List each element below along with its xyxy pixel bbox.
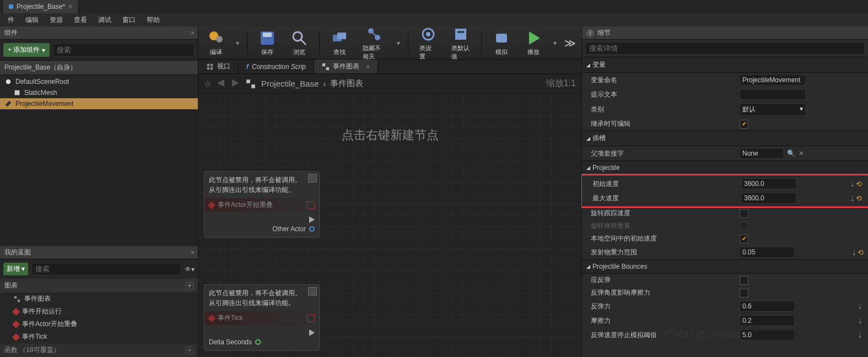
tab-construction-script[interactable]: f Construction Scrip [239, 60, 314, 73]
clear-icon[interactable]: ✕ [799, 150, 804, 157]
prop-label: 初始速度 [592, 179, 741, 189]
variable-name-input[interactable] [740, 74, 806, 86]
data-pin-icon[interactable] [309, 226, 315, 232]
bounciness-input[interactable] [740, 301, 795, 312]
parent-socket-input[interactable] [740, 148, 784, 159]
category-select[interactable]: 默认▾ [740, 103, 806, 116]
graph-node[interactable]: 此节点被禁用，将不会被调用。 从引脚连出引线来编译功能。 事件Tick Delt… [204, 284, 320, 351]
star-icon[interactable]: ☆ [204, 78, 212, 89]
gravity-input[interactable] [740, 247, 795, 258]
browse-button[interactable]: 浏览 [287, 28, 311, 57]
play-button[interactable]: 播放 [521, 28, 546, 57]
menu-debug[interactable]: 调试 [94, 14, 116, 26]
myblueprint-tab[interactable]: 我的蓝图 × [0, 246, 198, 259]
details-search-input[interactable] [585, 42, 865, 55]
forward-icon[interactable]: ⯈ [231, 79, 240, 89]
close-icon[interactable]: × [191, 249, 195, 257]
close-icon[interactable]: × [68, 3, 72, 10]
compile-button[interactable]: 编译 [204, 28, 228, 57]
component-tree: DefaultSceneRoot StaticMesh ProjectileMo… [0, 75, 198, 110]
max-speed-input[interactable] [741, 193, 796, 204]
file-tab[interactable]: Projectile_Base* × [3, 0, 78, 13]
menu-edit[interactable]: 编辑 [21, 14, 43, 26]
graph-item[interactable]: 事件Tick [0, 331, 198, 343]
new-button[interactable]: 新增 ▾ [3, 263, 28, 275]
section-projectile[interactable]: Projectile [582, 161, 868, 175]
section-bounces[interactable]: Projectile Bounces [582, 259, 868, 274]
node-header[interactable]: 事件Actor开始重叠 [204, 198, 319, 212]
local-space-checkbox[interactable]: ✔ [740, 235, 748, 243]
hide-unrelated-button[interactable]: 隐藏不相关 [359, 26, 390, 62]
initial-speed-input[interactable] [741, 178, 796, 189]
exec-pin-icon[interactable] [309, 329, 315, 336]
component-search-input[interactable] [53, 43, 195, 57]
components-tab[interactable]: 组件 × [0, 26, 198, 40]
class-defaults-button[interactable]: 类默认值 [448, 26, 473, 62]
reset-icon[interactable]: ⟲ [856, 180, 862, 188]
reset-icon[interactable]: ⟲ [856, 194, 862, 203]
menu-window[interactable]: 窗口 [118, 14, 140, 26]
node-toggle-icon[interactable] [307, 315, 315, 322]
add-function-icon[interactable]: + [186, 347, 193, 354]
graph-item[interactable]: 事件Actor开始重叠 [0, 318, 198, 331]
prop-label: 父项套接字 [591, 149, 740, 158]
spinner-icon[interactable]: ⭭ [851, 248, 858, 256]
tab-event-graph[interactable]: 事件图表 × [314, 60, 378, 73]
menu-view[interactable]: 查看 [69, 14, 91, 26]
event-icon [12, 333, 20, 340]
event-icon [208, 201, 215, 209]
details-tab[interactable]: i 细节 [582, 26, 868, 40]
tree-item[interactable]: DefaultSceneRoot [0, 76, 198, 87]
friction-input[interactable] [740, 315, 795, 326]
save-button[interactable]: 保存 [255, 28, 279, 57]
spinner-icon[interactable]: ⭭ [849, 180, 856, 188]
spinner-icon[interactable]: ⭭ [857, 302, 864, 310]
breadcrumb[interactable]: Projectile_Base › 事件图表 [261, 78, 363, 89]
tree-item-selected[interactable]: ProjectileMovement [0, 98, 198, 109]
graph-node[interactable]: 此节点被禁用，将不会被调用。 从引脚连出引线来编译功能。 事件Actor开始重叠… [204, 171, 320, 238]
reset-icon[interactable]: ⟲ [858, 248, 864, 257]
exec-pin-icon[interactable] [309, 216, 315, 223]
component-root-header[interactable]: Projectile_Base（自身） [0, 60, 198, 75]
section-variable[interactable]: 变量 [582, 57, 868, 73]
graph-item[interactable]: 事件图表 [0, 292, 198, 305]
prop-label: 提示文本 [591, 90, 740, 99]
functions-section-header[interactable]: 函数 （18可覆盖） + [0, 343, 198, 357]
spinner-icon[interactable]: ⭭ [849, 194, 856, 202]
editable-checkbox[interactable]: ✔ [740, 120, 748, 129]
tooltip-input[interactable] [740, 89, 806, 100]
section-slot[interactable]: 插槽 [582, 130, 868, 146]
stop-threshold-input[interactable] [740, 329, 795, 340]
search-icon[interactable]: 🔍 [787, 150, 795, 157]
back-icon[interactable]: ⯇ [217, 79, 226, 89]
add-component-button[interactable]: + 添加组件▾ [3, 43, 50, 57]
angle-affects-checkbox[interactable] [740, 289, 748, 297]
node-toggle-icon[interactable] [307, 201, 315, 209]
graph-icon [13, 295, 21, 303]
close-icon[interactable]: × [191, 29, 195, 37]
tree-item[interactable]: StaticMesh [0, 87, 198, 98]
blueprint-search-input[interactable] [31, 263, 181, 275]
class-settings-button[interactable]: 类设置 [416, 26, 440, 62]
overflow-icon[interactable]: ≫ [564, 36, 576, 50]
node-header[interactable]: 事件Tick [204, 311, 319, 325]
graph-item[interactable]: 事件开始运行 [0, 305, 198, 318]
tab-viewport[interactable]: 视口 [198, 60, 239, 73]
spinner-icon[interactable]: ⭭ [857, 331, 864, 339]
simulate-button[interactable]: 模拟 [489, 28, 514, 57]
should-bounce-checkbox[interactable] [740, 276, 748, 285]
add-graph-icon[interactable]: + [186, 282, 193, 290]
menu-help[interactable]: 帮助 [142, 14, 164, 26]
svg-rect-21 [207, 63, 209, 66]
spinner-icon[interactable]: ⭭ [857, 317, 864, 324]
graph-section-header[interactable]: 图表 + [0, 279, 198, 292]
menu-asset[interactable]: 资源 [45, 14, 67, 26]
data-pin-icon[interactable] [255, 339, 261, 345]
find-button[interactable]: 查找 [327, 28, 352, 57]
graph-canvas[interactable]: 点击右键新建节点 此节点被禁用，将不会被调用。 从引脚连出引线来编译功能。 事件… [198, 94, 581, 357]
svg-rect-1 [15, 90, 20, 95]
eye-icon[interactable]: 👁▾ [185, 265, 195, 273]
close-icon[interactable]: × [366, 63, 370, 71]
rot-follow-checkbox[interactable] [740, 209, 748, 218]
menu-file[interactable]: 件 [3, 14, 19, 26]
